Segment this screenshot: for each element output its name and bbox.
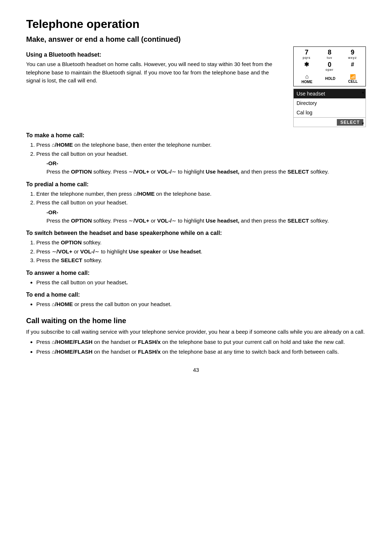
key-star: ✱ [299,61,315,72]
dropdown-item-directory[interactable]: Directory [294,98,366,108]
switch-step-3: Press the SELECT softkey. [36,256,366,265]
switch-step-1: Press the OPTION softkey. [36,239,366,247]
key-home: ⌂ HOME [302,73,313,84]
section2-bullet-2: Press ⌂/HOME/FLASH on the handset or FLA… [36,348,366,356]
key-9-main: 9 [351,49,354,56]
key-7-sub: pqrs [303,56,311,60]
scroll-down-arrow: ▼ [362,122,365,125]
section2-intro: If you subscribe to call waiting service… [26,328,366,336]
key-8-sub: tuv [327,56,332,60]
end-bullet-1: Press ⌂/HOME or press the call button on… [36,300,366,309]
home-label: HOME [302,80,313,84]
make-home-call-heading: To make a home call: [26,132,366,139]
dropdown-select-area: SELECT [294,117,366,127]
make-home-call-steps: Press ⌂/HOME on the telephone base, then… [36,141,366,158]
key-hash: # [344,61,360,72]
home-key-bold-2: ⌂/HOME [134,191,155,197]
cell-signal-icon: 📶 [350,74,356,80]
key-7: 7 pqrs [299,49,315,60]
keypad-box: 7 pqrs 8 tuv 9 wxyz ✱ 0 ope [293,46,366,86]
end-heading: To end a home call: [26,292,366,298]
key-cell: 📶 43 CELL [348,74,358,84]
bluetooth-body: You can use a Bluetooth headset on home … [26,60,285,85]
scroll-up-arrow: ▲ [362,90,365,94]
section2-bullets: Press ⌂/HOME/FLASH on the handset or FLA… [36,338,366,356]
end-bullets: Press ⌂/HOME or press the call button on… [36,300,366,309]
key-hold: HOLD [325,77,335,81]
dropdown-item-cal-log[interactable]: Cal log [294,108,366,117]
make-step-2: Press the call button on your headset. [36,150,366,158]
switch-step-2: Press ∼/VOL+ or VOL-/∼ to highlight Use … [36,248,366,256]
key-8: 8 tuv [322,49,338,60]
answer-bullets: Press the call button on your headset. [36,278,366,287]
switch-steps: Press the OPTION softkey. Press ∼/VOL+ o… [36,239,366,265]
home-icon: ⌂ [305,73,309,80]
dropdown-menu: ▲ ▼ Use headset Directory Cal log SELECT [293,89,366,127]
dropdown-item-use-headset[interactable]: Use headset [294,89,366,98]
section2-title: Call waiting on the home line [26,317,366,325]
keypad-row-1: 7 pqrs 8 tuv 9 wxyz [295,49,364,60]
predial-steps: Enter the telephone number, then press ⌂… [36,190,366,207]
answer-heading: To answer a home call: [26,270,366,276]
section2-bullet-1: Press ⌂/HOME/FLASH on the handset or FLA… [36,338,366,346]
answer-bullet-1: Press the call button on your headset. [36,278,366,287]
bluetooth-text-block: Using a Bluetooth headset: You can use a… [26,46,285,87]
predial-step-2: Press the call button on your headset. [36,199,366,207]
page-number: 43 [26,367,366,373]
hold-label: HOLD [325,77,335,81]
make-or-text: Press the OPTION softkey. Press ∼/VOL+ o… [46,168,366,176]
predial-step-1: Enter the telephone number, then press ⌂… [36,190,366,198]
page-title: Telephone operation [26,17,366,31]
key-9-sub: wxyz [348,56,357,60]
switch-heading: To switch between the headset and base s… [26,230,366,236]
predial-heading: To predial a home call: [26,181,366,188]
predial-or-label: -OR- [46,209,366,215]
bluetooth-heading: Using a Bluetooth headset: [26,52,285,58]
cell-label-text: CELL [348,80,358,84]
key-0-main: 0 [328,61,331,69]
key-8-main: 8 [328,49,331,56]
section1-title: Make, answer or end a home call (continu… [26,35,366,44]
key-9: 9 wxyz [344,49,360,60]
key-7-main: 7 [305,49,309,56]
key-0-sub: oper [326,68,334,72]
key-hash-main: # [351,61,354,68]
home-key-bold-1: ⌂/HOME [52,142,73,148]
keypad-bottom-row: ⌂ HOME HOLD 📶 43 CELL [295,73,364,84]
select-button[interactable]: SELECT [337,119,363,126]
make-step-1: Press ⌂/HOME on the telephone base, then… [36,141,366,149]
make-or-label: -OR- [46,160,366,166]
key-star-main: ✱ [304,61,309,68]
phone-widget: 7 pqrs 8 tuv 9 wxyz ✱ 0 ope [293,46,366,127]
keypad-row-2: ✱ 0 oper # [295,61,364,72]
predial-or-text: Press the OPTION softkey. Press ∼/VOL+ o… [46,217,366,225]
bluetooth-section: Using a Bluetooth headset: You can use a… [26,46,366,127]
key-0: 0 oper [322,61,338,72]
